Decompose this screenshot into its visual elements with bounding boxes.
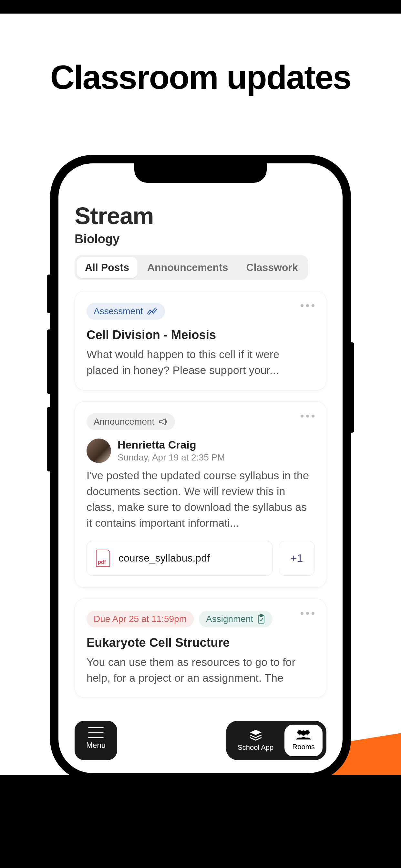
author-name: Henrietta Craig — [118, 438, 225, 451]
svg-point-4 — [301, 731, 306, 736]
announcement-badge: Announcement — [87, 413, 175, 430]
author-row: Henrietta Craig Sunday, Apr 19 at 2:35 P… — [87, 438, 314, 463]
post-card[interactable]: Assessment Cell Division - Meiosis What … — [74, 291, 327, 391]
tab-announcements[interactable]: Announcements — [139, 257, 237, 278]
phone-side-button — [47, 275, 51, 313]
top-bar — [0, 0, 401, 13]
due-badge: Due Apr 25 at 11:59pm — [87, 611, 194, 627]
bottom-nav: Menu School App Rooms — [74, 721, 327, 760]
post-timestamp: Sunday, Apr 19 at 2:35 PM — [118, 453, 225, 463]
marketing-title: Classroom updates — [0, 58, 401, 97]
hamburger-icon — [88, 727, 104, 738]
post-body: I've posted the updated course syllabus … — [87, 468, 314, 531]
post-body: You can use them as resources to go to f… — [87, 654, 314, 686]
more-options-icon[interactable] — [301, 612, 314, 615]
phone-screen: Stream Biology All Posts Announcements C… — [58, 163, 343, 773]
badge-label: Announcement — [94, 416, 154, 427]
attachment-more[interactable]: +1 — [279, 541, 314, 576]
post-title: Cell Division - Meiosis — [87, 328, 314, 342]
more-options-icon[interactable] — [301, 304, 314, 307]
menu-button[interactable]: Menu — [74, 721, 117, 760]
post-card[interactable]: Announcement Henrietta Craig Sunday, Apr… — [74, 401, 327, 588]
rooms-button[interactable]: Rooms — [284, 724, 322, 756]
phone-frame: Stream Biology All Posts Announcements C… — [50, 155, 351, 781]
megaphone-icon — [158, 417, 168, 426]
tab-classwork[interactable]: Classwork — [238, 257, 306, 278]
phone-side-button — [47, 330, 51, 394]
assessment-badge: Assessment — [87, 303, 165, 320]
app-toggle: School App Rooms — [226, 721, 327, 760]
page-subtitle: Biology — [74, 232, 327, 246]
due-label: Due Apr 25 at 11:59pm — [94, 614, 187, 624]
decor-black — [0, 775, 401, 868]
school-app-button[interactable]: School App — [230, 724, 281, 756]
phone-side-button — [350, 342, 354, 433]
screen-content: Stream Biology All Posts Announcements C… — [74, 202, 327, 698]
tab-bar: All Posts Announcements Classwork — [74, 255, 308, 280]
badge-label: Assignment — [206, 614, 253, 624]
clipboard-icon — [257, 614, 266, 624]
menu-label: Menu — [86, 741, 105, 750]
post-card[interactable]: Due Apr 25 at 11:59pm Assignment Eukaryo… — [74, 599, 327, 698]
badge-row: Due Apr 25 at 11:59pm Assignment — [87, 611, 314, 627]
more-options-icon[interactable] — [301, 414, 314, 417]
post-title: Eukaryote Cell Structure — [87, 636, 314, 650]
attachment-row: course_syllabus.pdf +1 — [87, 541, 314, 576]
avatar[interactable] — [87, 438, 111, 463]
attachment-file[interactable]: course_syllabus.pdf — [87, 541, 273, 576]
badge-row: Announcement — [87, 413, 314, 430]
phone-notch — [134, 163, 267, 183]
assignment-badge: Assignment — [199, 611, 273, 627]
rooms-label: Rooms — [292, 743, 315, 751]
attachment-name: course_syllabus.pdf — [119, 552, 210, 564]
page-title: Stream — [74, 202, 327, 229]
school-app-label: School App — [238, 743, 274, 752]
post-body: What would happen to this cell if it wer… — [87, 346, 314, 378]
pdf-icon — [96, 550, 110, 567]
chart-icon — [147, 307, 158, 315]
badge-label: Assessment — [94, 306, 143, 316]
tab-all-posts[interactable]: All Posts — [76, 257, 137, 278]
badge-row: Assessment — [87, 303, 314, 320]
stack-icon — [249, 729, 263, 741]
people-icon — [295, 729, 312, 740]
phone-side-button — [47, 407, 51, 471]
